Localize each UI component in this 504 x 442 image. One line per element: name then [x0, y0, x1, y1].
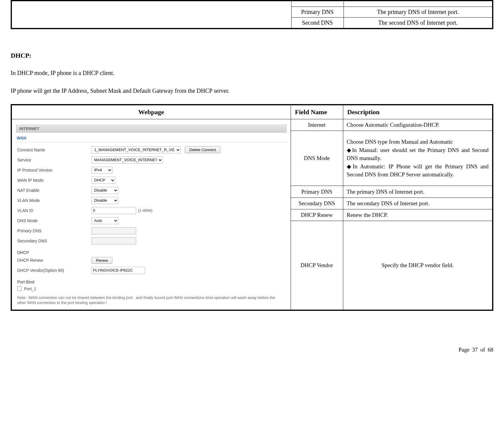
nat-enable-select[interactable]: Disable [92, 187, 118, 194]
secondary-dns-label: Secondary DNS [17, 239, 92, 243]
field-dhcp-renew: DHCP Renew [291, 209, 343, 221]
fragment-primary-dns-field: Primary DNS [291, 7, 344, 17]
fragment-left-cell [11, 1, 291, 29]
field-internet: Internet [291, 119, 343, 131]
desc-dns-line2: In Manual: user should set the Primary D… [347, 146, 489, 162]
delete-connect-button[interactable]: Delete Connect [185, 146, 220, 153]
webpage-screenshot-cell: INTERNET WAN Connect Name 1_MANAGEMENT_V… [11, 119, 291, 310]
internet-section-bar: INTERNET [16, 125, 286, 133]
field-primary-dns: Primary DNS [291, 186, 343, 198]
dhcp-vendor-input[interactable] [92, 267, 145, 274]
port-bind-subhead: Port Bind [16, 275, 286, 285]
desc-dns-mode: Choose DNS type from Manual and Automati… [343, 131, 493, 186]
fragment-empty-field [291, 1, 344, 7]
dhcp-para-1: In DHCP mode, IP phone is a DHCP client. [11, 68, 493, 77]
ip-protocol-select[interactable]: IPv4 [92, 167, 112, 174]
desc-dns-line1: Choose DNS type from Manual and Automati… [347, 138, 489, 146]
desc-dhcp-renew: Renew the DHCP. [343, 209, 493, 221]
desc-dhcp-vendor: Specify the DHCP vendor field. [343, 221, 493, 310]
primary-dns-input [92, 227, 136, 234]
desc-primary-dns: The primary DNS of Internet port. [343, 186, 493, 198]
port1-label: Port_1 [24, 286, 36, 291]
service-label: Service [17, 158, 92, 162]
col-field-name: Field Name [291, 105, 343, 119]
fragment-primary-dns-desc: The primary DNS of Internet port. [344, 7, 493, 17]
port1-row: Port_1 [17, 286, 36, 291]
secondary-dns-input [92, 237, 136, 244]
dhcp-table: Webpage Field Name Description INTERNET … [11, 104, 493, 311]
dns-mode-select[interactable]: Auto [92, 217, 118, 224]
col-webpage: Webpage [11, 105, 291, 119]
primary-dns-label: Primary DNS [17, 228, 92, 233]
field-secondary-dns: Secondary DNS [291, 198, 343, 209]
dns-mode-label: DNS Mode [17, 218, 92, 223]
router-ui: INTERNET WAN Connect Name 1_MANAGEMENT_V… [12, 119, 291, 310]
ip-protocol-label: IP Protocol Version [17, 168, 92, 173]
desc-secondary-dns: The secondary DNS of Internet port. [343, 198, 493, 209]
dhcp-heading: DHCP: [11, 52, 493, 59]
field-dhcp-vendor: DHCP Vendor [291, 221, 343, 310]
wan-ip-mode-select[interactable]: DHCP [92, 177, 115, 184]
nat-enable-label: NAT Enable [17, 188, 92, 193]
vlan-id-label: VLAN ID [17, 208, 92, 213]
vlan-id-hint: (1-4094) [138, 208, 152, 213]
fragment-empty-desc [344, 1, 493, 7]
dhcp-vendor-label: DHCP Vendor(Option 60) [17, 268, 92, 273]
dhcp-renew-label: DHCP Renew [17, 258, 92, 263]
service-select[interactable]: MANAGEMENT_VOICE_INTERNET [92, 156, 163, 164]
renew-button[interactable]: Renew [92, 257, 112, 264]
fragment-table: Primary DNS The primary DNS of Internet … [11, 0, 493, 29]
vlan-mode-label: VLAN Mode [17, 198, 92, 203]
desc-dns-line3: In Automatic: IP Phone will get the Prim… [347, 162, 489, 179]
wan-subsection: WAN [16, 133, 286, 142]
col-description: Description [343, 105, 493, 119]
page-footer: Page 37 of 68 [11, 347, 493, 362]
port-bind-note: Note : WAN connection can not be shared … [16, 293, 278, 305]
fragment-second-dns-field: Second DNS [291, 17, 344, 29]
fragment-second-dns-desc: The second DNS of Internet port. [344, 17, 493, 29]
vlan-id-input[interactable] [92, 207, 136, 214]
connect-name-label: Connect Name [17, 148, 92, 152]
field-dns-mode: DNS Mode [291, 131, 343, 186]
connect-name-select[interactable]: 1_MANAGEMENT_VOICE_INTERNET_R_VID [92, 146, 181, 153]
dhcp-subhead: DHCP [16, 246, 286, 256]
desc-internet: Choose Automatic Configuration-DHCP. [343, 119, 493, 131]
wan-ip-mode-label: WAN IP Mode [17, 178, 92, 183]
vlan-mode-select[interactable]: Disable [92, 197, 118, 204]
dhcp-para-2: IP phone will get the IP Address, Subnet… [11, 86, 493, 95]
port1-checkbox[interactable] [17, 286, 22, 291]
